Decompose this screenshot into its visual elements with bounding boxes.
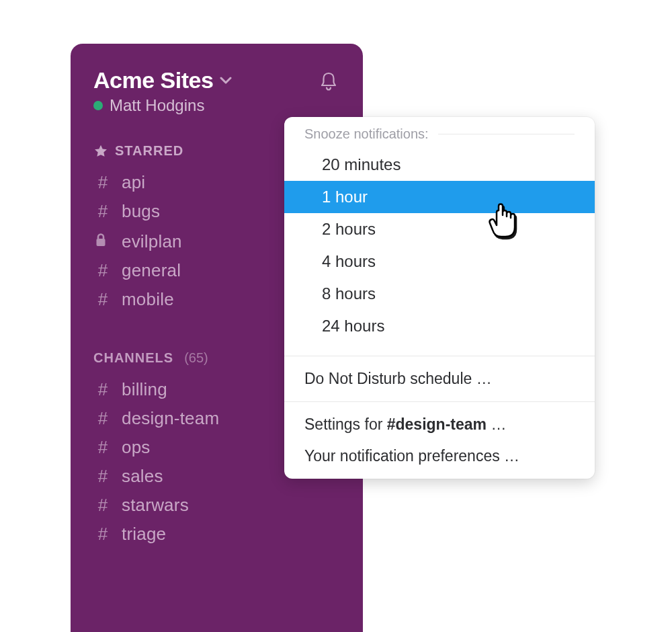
svg-rect-0	[97, 239, 106, 246]
snooze-options-list: 20 minutes1 hour2 hours4 hours8 hours24 …	[284, 149, 595, 342]
channel-settings-suffix: …	[487, 416, 506, 433]
hash-icon: #	[95, 496, 111, 514]
dnd-schedule-row[interactable]: Do Not Disturb schedule …	[284, 358, 595, 400]
bell-icon	[319, 71, 338, 94]
channel-name: api	[122, 172, 145, 193]
channel-settings-row[interactable]: Settings for #design-team …	[284, 403, 595, 440]
hash-icon: #	[95, 290, 111, 308]
notifications-bell-button[interactable]	[317, 71, 340, 94]
channel-name: starwars	[122, 495, 189, 516]
workspace-header: Acme Sites Matt Hodgins	[71, 44, 363, 122]
lock-icon	[95, 230, 111, 247]
channel-name: general	[122, 260, 181, 281]
hash-icon: #	[95, 262, 111, 279]
notifications-popover: Snooze notifications: 20 minutes1 hour2 …	[284, 117, 595, 479]
snooze-option[interactable]: 8 hours	[284, 278, 595, 310]
channel-name: evilplan	[122, 231, 182, 252]
channel-name: mobile	[122, 289, 174, 310]
divider-icon	[284, 356, 595, 356]
channel-triage[interactable]: #triage	[93, 520, 340, 549]
channels-section-label: CHANNELS	[93, 350, 173, 366]
channel-settings-channel: #design-team	[387, 416, 487, 433]
channel-name: bugs	[122, 201, 160, 222]
divider-icon	[284, 401, 595, 402]
snooze-option[interactable]: 1 hour	[284, 181, 595, 213]
dnd-schedule-label: Do Not Disturb schedule …	[304, 370, 492, 387]
snooze-option[interactable]: 20 minutes	[284, 149, 595, 181]
starred-section-label: STARRED	[115, 143, 183, 159]
workspace-name: Acme Sites	[93, 67, 213, 93]
current-user-name: Matt Hodgins	[110, 96, 204, 115]
hash-icon: #	[95, 173, 111, 191]
hash-icon: #	[95, 409, 111, 427]
channels-count: (65)	[184, 350, 208, 366]
workspace-switcher[interactable]: Acme Sites	[93, 67, 232, 93]
channel-starwars[interactable]: #starwars	[93, 491, 340, 520]
star-icon	[93, 144, 108, 159]
channel-name: sales	[122, 466, 163, 487]
snooze-heading: Snooze notifications:	[304, 126, 429, 142]
presence-indicator-icon	[93, 101, 103, 110]
snooze-option[interactable]: 2 hours	[284, 213, 595, 245]
channel-settings-prefix: Settings for	[304, 416, 387, 433]
hash-icon: #	[95, 381, 111, 398]
channel-name: billing	[122, 379, 167, 400]
hash-icon: #	[95, 438, 111, 456]
chevron-down-icon	[220, 76, 232, 85]
snooze-option[interactable]: 4 hours	[284, 245, 595, 278]
divider-icon	[438, 134, 575, 134]
channel-name: ops	[122, 437, 151, 458]
hash-icon: #	[95, 467, 111, 485]
channel-name: triage	[122, 524, 166, 545]
channel-name: design-team	[122, 408, 219, 429]
notification-preferences-label: Your notification preferences …	[304, 447, 519, 465]
notification-preferences-row[interactable]: Your notification preferences …	[284, 440, 595, 479]
hash-icon: #	[95, 202, 111, 220]
current-user[interactable]: Matt Hodgins	[93, 96, 232, 115]
snooze-option[interactable]: 24 hours	[284, 310, 595, 342]
hash-icon: #	[95, 525, 111, 543]
